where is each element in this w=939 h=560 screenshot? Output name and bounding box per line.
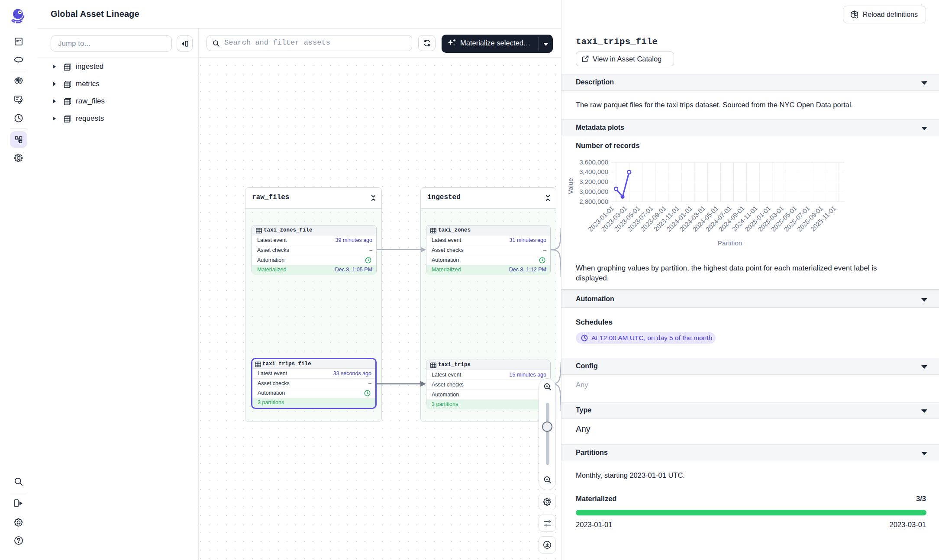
svg-text:3,400,000: 3,400,000 <box>579 168 608 175</box>
svg-text:3,600,000: 3,600,000 <box>579 158 608 166</box>
svg-text:3,200,000: 3,200,000 <box>579 178 608 185</box>
svg-text:Partition: Partition <box>718 239 742 247</box>
svg-text:3,000,000: 3,000,000 <box>579 188 608 195</box>
svg-text:2,800,000: 2,800,000 <box>579 198 608 205</box>
svg-text:Value: Value <box>567 178 574 194</box>
